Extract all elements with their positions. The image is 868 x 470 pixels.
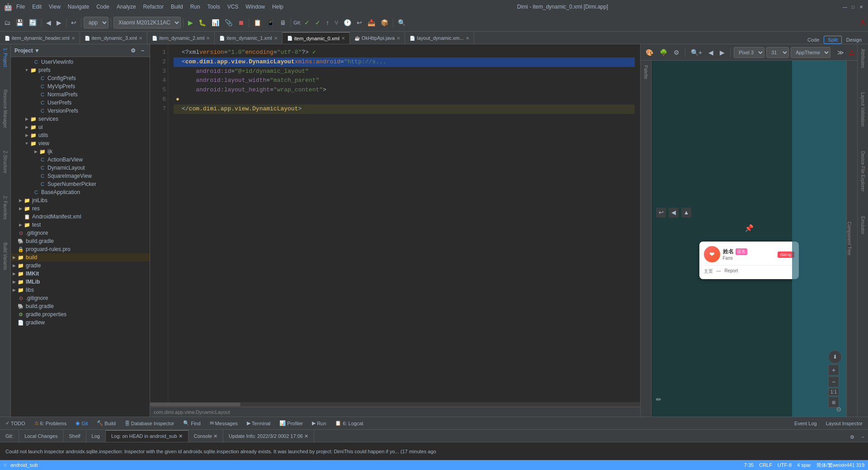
tab-okhttpapi[interactable]: ☕ OkHttpApi.java ✕: [350, 32, 405, 44]
messages-button[interactable]: ✉ Messages: [206, 418, 241, 428]
tab-close-icon[interactable]: ✕: [274, 36, 278, 41]
device-dropdown[interactable]: Xiaomi M2012K11AC: [113, 17, 181, 28]
menu-build[interactable]: Build: [171, 4, 183, 10]
zoom-in-control[interactable]: +: [828, 365, 839, 375]
project-side-icon[interactable]: 1: Project: [2, 46, 9, 69]
tree-jnilibs[interactable]: ▶ 📁 jniLibs: [11, 196, 150, 204]
tree-myvipprefs[interactable]: C MyVipPrefs: [11, 82, 150, 90]
shelf-tab[interactable]: Shelf: [64, 430, 86, 442]
tree-ijk-folder[interactable]: ▶ 📁 ijk: [11, 147, 150, 156]
tab-close-icon[interactable]: ✕: [71, 36, 75, 41]
tab-close-icon[interactable]: ✕: [206, 36, 210, 41]
forward-button[interactable]: ▶: [54, 16, 64, 29]
maximize-button[interactable]: □: [850, 4, 856, 10]
preview-refresh[interactable]: ↩: [656, 208, 666, 218]
tree-test[interactable]: ▶ 📁 test: [11, 221, 150, 229]
git-shelve-button[interactable]: 📦: [378, 16, 391, 29]
project-panel-collapse[interactable]: −: [139, 47, 146, 54]
tree-utils-folder[interactable]: ▶ 📁 utils: [11, 131, 150, 139]
scroll-thumb[interactable]: [150, 403, 241, 406]
todo-button[interactable]: ✓ TODO: [2, 418, 29, 428]
tree-proguardrules[interactable]: 🔒 proguard-rules.pro: [11, 245, 150, 253]
menu-file[interactable]: File: [16, 4, 25, 10]
view-split-btn[interactable]: Split: [824, 36, 841, 44]
tree-baseapplication[interactable]: C BaseApplication: [11, 188, 150, 196]
tree-libs-folder[interactable]: ▶ 📁 libs: [11, 286, 150, 294]
tree-imlib-folder[interactable]: ▶ 📁 IMLib: [11, 278, 150, 286]
tree-supernumberpicker[interactable]: C SuperNumberPicker: [11, 180, 150, 188]
find-button[interactable]: 🔍 Find: [179, 418, 204, 428]
build-variants-icon[interactable]: Build Variants: [2, 241, 9, 272]
tree-normalprefs[interactable]: C NormalPrefs: [11, 90, 150, 99]
minimize-button[interactable]: —: [842, 4, 848, 10]
tree-configprefs[interactable]: C ConfigPrefs: [11, 74, 150, 82]
menu-help[interactable]: Help: [272, 4, 283, 10]
tab-item-dynamic-3[interactable]: 📄 item_dynamic_3.xml ✕: [80, 32, 147, 44]
profile-button[interactable]: 📊: [209, 16, 222, 29]
emulator-tab[interactable]: Emulator: [859, 214, 866, 237]
module-dropdown[interactable]: app: [84, 17, 108, 28]
z-structure-icon[interactable]: Z-Structure: [2, 149, 9, 175]
tab-layout-dynamic[interactable]: 📄 layout_dynamic.xm... ✕: [405, 32, 474, 44]
menu-edit[interactable]: Edit: [32, 4, 42, 10]
tab-item-dynamic-header[interactable]: 📄 item_dynamic_header.xml ✕: [0, 32, 80, 44]
git-history-button[interactable]: 🕐: [341, 16, 354, 29]
tab-item-dynamic-2[interactable]: 📄 item_dynamic_2.xml ✕: [147, 32, 215, 44]
menu-run[interactable]: Run: [190, 4, 200, 10]
avd-button[interactable]: 🖥: [278, 16, 288, 29]
tree-gitignore2[interactable]: ⊙ .gitignore: [11, 294, 150, 302]
palette-toggle[interactable]: 🎨: [643, 46, 656, 59]
view-design-btn[interactable]: Design: [843, 36, 865, 43]
menu-refactor[interactable]: Refactor: [143, 4, 164, 10]
profiler-button[interactable]: 📊 Profiler: [276, 418, 307, 428]
tree-squareimageview[interactable]: C SquareImageView: [11, 172, 150, 180]
log-head-tab[interactable]: Log: on HEAD in android_sub ✕: [106, 430, 189, 442]
tree-ui-folder[interactable]: ▶ 📁 ui: [11, 123, 150, 131]
tab-close-icon[interactable]: ✕: [396, 36, 400, 41]
back-btn[interactable]: ◀: [706, 46, 716, 59]
layout-inspector-button[interactable]: Layout Inspector: [822, 418, 866, 428]
tab-close-icon[interactable]: ✕: [466, 36, 469, 41]
view-code-btn[interactable]: Code: [804, 36, 823, 43]
tree-versionprefs[interactable]: C VersionPrefs: [11, 107, 150, 115]
tab-close-icon[interactable]: ✕: [139, 36, 142, 41]
run-tab-button[interactable]: ▶ Run: [308, 418, 330, 428]
menu-vcs[interactable]: VCS: [227, 4, 239, 10]
down-arrow-btn[interactable]: ⬇: [828, 350, 842, 364]
local-changes-tab[interactable]: Local Changes: [19, 430, 63, 442]
tree-gradle-folder[interactable]: ▶ 📁 gradle: [11, 261, 150, 270]
menu-window[interactable]: Window: [245, 4, 265, 10]
close-button[interactable]: ✕: [858, 4, 864, 10]
tree-gradleprops[interactable]: ⚙ gradle.properties: [11, 310, 150, 318]
more-options[interactable]: ≫: [835, 46, 846, 59]
tree-view-folder[interactable]: ▼ 📁 view: [11, 139, 150, 147]
event-log-button[interactable]: Event Log: [791, 418, 821, 428]
git-tab-button[interactable]: ◉ Git: [72, 418, 91, 428]
tree-services-folder[interactable]: ▶ 📁 services: [11, 115, 150, 123]
update-info-tab[interactable]: Update Info: 2022/3/2 0002 17:06 ✕: [223, 430, 314, 442]
api-level-dropdown[interactable]: 31: [766, 47, 789, 58]
tree-res[interactable]: ▶ 📁 res: [11, 204, 150, 213]
attach-button[interactable]: 📎: [222, 16, 235, 29]
git-check-button[interactable]: ✓: [302, 16, 312, 29]
tree-gitignore1[interactable]: ⊙ .gitignore: [11, 229, 150, 237]
preview-settings[interactable]: ⚙: [671, 46, 682, 59]
layout-validation-tab[interactable]: Layout Validation: [859, 90, 866, 129]
git-push-button[interactable]: ✓: [313, 16, 323, 29]
stop-button[interactable]: ⏹: [236, 16, 246, 29]
project-panel-settings[interactable]: ⚙: [129, 47, 137, 54]
git-update-button[interactable]: ↑: [324, 16, 331, 29]
save-button[interactable]: 💾: [14, 16, 26, 29]
menu-analyze[interactable]: Analyze: [117, 4, 136, 10]
tree-userviewinfo[interactable]: C UserViewInfo: [11, 58, 150, 66]
database-inspector-button[interactable]: 🗄 Database Inspector: [121, 418, 178, 428]
forward-btn2[interactable]: ▶: [717, 46, 727, 59]
component-tree-toggle[interactable]: 🌳: [657, 46, 670, 59]
preview-forward[interactable]: ▲: [681, 208, 691, 218]
tree-buildgradle2[interactable]: 🐘 build.gradle: [11, 302, 150, 310]
git-minimize-btn[interactable]: −: [858, 432, 868, 442]
tree-gradlew[interactable]: 📄 gradlew: [11, 318, 150, 327]
terminal-button[interactable]: ▶ Terminal: [243, 418, 274, 428]
menu-tools[interactable]: Tools: [208, 4, 220, 10]
search-everywhere-button[interactable]: 🔍: [396, 16, 408, 29]
